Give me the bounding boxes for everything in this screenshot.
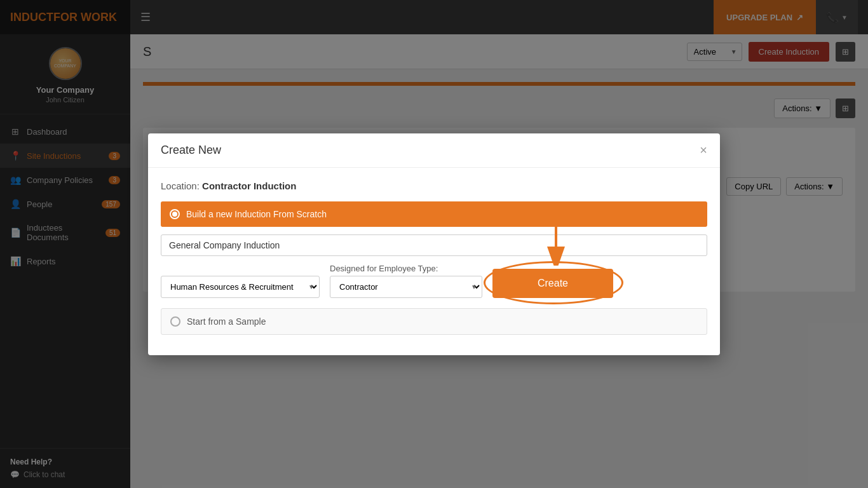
employee-type-select[interactable]: Contractor Employee Sub Contractor Visit… xyxy=(330,276,482,298)
radio-label-scratch: Build a new Induction From Scratch xyxy=(186,209,327,219)
radio-label-sample: Start from a Sample xyxy=(187,316,266,327)
radio-circle-scratch xyxy=(170,209,180,219)
radio-option-sample-wrapper: Start from a Sample xyxy=(161,308,707,335)
radio-option-sample[interactable]: Start from a Sample xyxy=(161,308,707,335)
modal-header: Create New × xyxy=(148,133,720,168)
modal-body: Location: Contractor Induction Build a n… xyxy=(148,168,720,355)
create-btn-container: Create xyxy=(492,269,613,298)
location-name: Contractor Induction xyxy=(202,180,296,191)
modal-location-label: Location: Contractor Induction xyxy=(161,180,707,191)
employee-type-section: Designed for Employee Type: Contractor E… xyxy=(330,264,482,298)
modal-overlay[interactable]: Create New × Location: Contractor Induct… xyxy=(0,0,868,488)
modal-close-button[interactable]: × xyxy=(700,144,707,156)
department-select-wrapper: Human Resources & Recruitment Operations… xyxy=(161,276,320,298)
designed-for-label: Designed for Employee Type: xyxy=(330,264,482,273)
induction-name-field-wrap xyxy=(161,234,707,256)
radio-circle-sample xyxy=(170,316,180,327)
modal: Create New × Location: Contractor Induct… xyxy=(148,133,720,355)
modal-title: Create New xyxy=(161,144,221,157)
create-btn-oval-wrapper: Create xyxy=(492,269,613,298)
department-select[interactable]: Human Resources & Recruitment Operations… xyxy=(161,276,320,298)
induction-name-input[interactable] xyxy=(161,234,707,256)
radio-option-from-scratch[interactable]: Build a new Induction From Scratch xyxy=(161,201,707,227)
create-button[interactable]: Create xyxy=(492,269,613,298)
employee-type-select-wrapper: Contractor Employee Sub Contractor Visit… xyxy=(330,276,482,298)
form-controls-row: Human Resources & Recruitment Operations… xyxy=(161,264,707,298)
